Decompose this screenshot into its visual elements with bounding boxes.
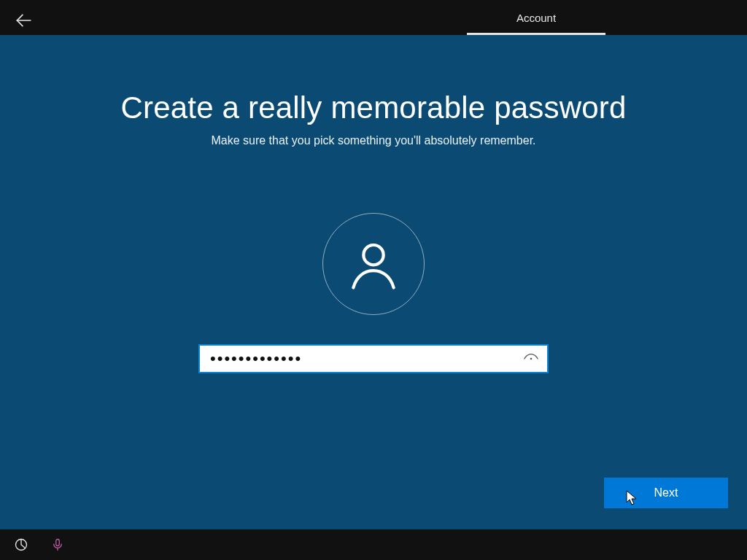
cortana-mic-button[interactable] [50,537,66,553]
svg-point-1 [363,245,383,265]
step-label: Account [516,12,556,24]
microphone-icon [51,537,64,552]
page-subtitle: Make sure that you pick something you'll… [0,134,747,147]
step-indicator-account: Account [467,0,605,35]
avatar [322,213,425,315]
avatar-circle [322,213,425,315]
ease-of-access-button[interactable] [13,537,29,553]
svg-rect-4 [56,540,60,546]
svg-point-2 [530,358,533,360]
back-arrow-icon [14,11,33,30]
password-field-wrap [198,344,549,373]
ease-of-access-icon [14,537,28,552]
oobe-password-screen: Account Create a really memorable passwo… [0,0,747,560]
eye-icon [523,351,539,367]
top-bar: Account [0,0,747,35]
password-input[interactable] [200,346,515,372]
next-button-label: Next [654,486,678,499]
bottom-bar [0,529,747,560]
reveal-password-button[interactable] [515,346,547,372]
page-title: Create a really memorable password [0,90,747,125]
back-button[interactable] [10,7,36,34]
step-underline [467,33,605,35]
next-button[interactable]: Next [604,478,728,508]
user-icon [345,236,402,292]
